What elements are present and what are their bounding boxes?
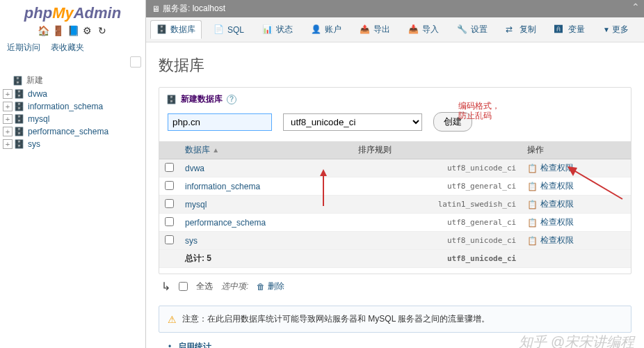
tree-new-db[interactable]: 🗄️ 新建	[3, 73, 143, 88]
menubar: 🗄️数据库 📄SQL 📊状态 👤账户 📤导出 📥导入 🔧设置 ⇄复制 🅰变量 ▼…	[146, 17, 644, 42]
db-icon: 🗄️	[14, 139, 25, 149]
annotation-text: 编码格式， 防止乱码	[458, 101, 500, 121]
th-database[interactable]: 数据库 ▲	[179, 141, 353, 159]
tab-sql[interactable]: 📄SQL	[207, 21, 250, 39]
expand-icon[interactable]: +	[3, 89, 13, 99]
check-privileges-link[interactable]: 📋检查权限	[527, 162, 625, 174]
tree-item-performance-schema[interactable]: + 🗄️ performance_schema	[3, 125, 143, 138]
page-body: 数据库 🗄️ 新建数据库 ? 编码格式， 防止乱码 utf8_unicode_c…	[146, 42, 644, 348]
th-collation[interactable]: 排序规则	[353, 141, 522, 159]
action-label: 检查权限	[540, 180, 574, 192]
db-link[interactable]: performance_schema	[185, 218, 266, 228]
logo-admin: Admin	[74, 4, 121, 22]
row-checkbox[interactable]	[165, 235, 174, 244]
tab-variables[interactable]: 🅰变量	[548, 20, 591, 39]
check-privileges-link[interactable]: 📋检查权限	[527, 180, 625, 192]
collapse-icon[interactable]: ⌃	[631, 1, 640, 13]
action-label: 检查权限	[540, 216, 574, 228]
db-link[interactable]: information_schema	[185, 182, 260, 191]
tree-label: dvwa	[28, 89, 47, 99]
db-tree: 🗄️ 新建 + 🗄️ dvwa + 🗄️ information_schema …	[0, 69, 145, 155]
tab-label: 状态	[276, 24, 293, 35]
tab-label: SQL	[227, 25, 244, 35]
check-privileges-link[interactable]: 📋检查权限	[527, 198, 625, 210]
tab-replication[interactable]: ⇄复制	[499, 20, 542, 39]
expand-icon[interactable]: +	[3, 114, 13, 124]
row-collation: utf8_general_ci	[353, 214, 522, 232]
db-link[interactable]: sys	[185, 236, 198, 246]
row-collation: utf8_unicode_ci	[353, 232, 522, 250]
docs-icon[interactable]: 📘	[67, 25, 79, 36]
recent-tab[interactable]: 近期访问	[3, 40, 45, 54]
tab-import[interactable]: 📥导入	[402, 20, 445, 39]
reload-icon[interactable]: ↻	[97, 25, 108, 36]
sql-icon: 📄	[214, 24, 225, 35]
db-name-input[interactable]	[168, 113, 272, 131]
db-icon: 🗄️	[14, 127, 25, 136]
favorites-tab[interactable]: 表收藏夹	[47, 40, 88, 54]
tree-label: sys	[28, 139, 40, 149]
footer-collation: utf8_unicode_ci	[353, 250, 522, 268]
check-all-checkbox[interactable]	[179, 282, 188, 291]
row-collation: latin1_swedish_ci	[353, 196, 522, 214]
bulk-delete-link[interactable]: 🗑 删除	[257, 280, 284, 292]
tab-databases[interactable]: 🗄️数据库	[150, 20, 202, 39]
tree-item-information-schema[interactable]: + 🗄️ information_schema	[3, 100, 143, 113]
import-icon: 📥	[408, 24, 419, 35]
table-row: information_schemautf8_general_ci📋检查权限	[159, 177, 631, 196]
tab-settings[interactable]: 🔧设置	[451, 20, 494, 39]
variables-icon: 🅰	[554, 24, 565, 35]
home-icon[interactable]: 🏠	[38, 25, 49, 36]
create-legend: 新建数据库	[181, 93, 223, 105]
sidebar: phpMyAdmin 🏠 🚪 📘 ⚙ ↻ 近期访问 表收藏夹 🗄️ 新建 + 🗄…	[0, 0, 146, 348]
create-db-fieldset: 🗄️ 新建数据库 ? 编码格式， 防止乱码 utf8_unicode_ci 创建	[159, 87, 631, 274]
enable-stats-link[interactable]: 启用统计	[178, 342, 211, 348]
tab-label: 账户	[325, 24, 341, 35]
tab-more[interactable]: ▼ 更多	[597, 20, 635, 39]
privileges-icon: 📋	[527, 236, 538, 246]
new-db-icon: 🗄️	[13, 76, 24, 86]
tab-label: 设置	[471, 24, 488, 35]
tab-status[interactable]: 📊状态	[256, 20, 299, 39]
expand-icon[interactable]: +	[3, 127, 13, 136]
help-icon[interactable]: ?	[227, 95, 236, 104]
content: 🖥 服务器: localhost ⌃ 🗄️数据库 📄SQL 📊状态 👤账户 📤导…	[146, 0, 644, 348]
page-title: 数据库	[159, 55, 631, 76]
notice-text: 注意：在此启用数据库统计可能导致网站服务器和 MySQL 服务器之间的流量骤增。	[182, 313, 490, 325]
bulk-actions: ↳ 全选 选中项: 🗑 删除	[159, 274, 631, 299]
tab-accounts[interactable]: 👤账户	[305, 20, 348, 39]
logo[interactable]: phpMyAdmin	[0, 0, 145, 24]
expand-icon[interactable]: +	[3, 139, 13, 149]
db-link[interactable]: dvwa	[185, 164, 204, 173]
new-db-icon: 🗄️	[166, 95, 177, 104]
logo-php: php	[24, 4, 52, 22]
expand-icon[interactable]: +	[3, 102, 13, 111]
row-checkbox[interactable]	[165, 199, 174, 208]
status-icon: 📊	[262, 24, 273, 35]
collation-select[interactable]: utf8_unicode_ci	[283, 113, 422, 131]
tree-item-sys[interactable]: + 🗄️ sys	[3, 138, 143, 150]
delete-icon: 🗑	[257, 282, 265, 292]
server-icon: 🖥	[152, 4, 160, 14]
filter-icon[interactable]	[130, 56, 141, 68]
users-icon: 👤	[311, 24, 322, 35]
privileges-icon: 📋	[527, 164, 538, 173]
tree-item-mysql[interactable]: + 🗄️ mysql	[3, 113, 143, 125]
footer-total: 总计: 5	[179, 250, 353, 268]
row-checkbox[interactable]	[165, 217, 174, 226]
tab-export[interactable]: 📤导出	[353, 20, 396, 39]
replication-icon: ⇄	[506, 24, 517, 35]
th-action: 操作	[522, 141, 631, 159]
tree-item-dvwa[interactable]: + 🗄️ dvwa	[3, 88, 143, 100]
row-checkbox[interactable]	[165, 181, 174, 190]
sort-asc-icon: ▲	[212, 146, 219, 154]
check-privileges-link[interactable]: 📋检查权限	[527, 235, 625, 246]
wrench-icon: 🔧	[457, 24, 468, 35]
row-collation: utf8_general_ci	[353, 177, 522, 196]
export-icon: 📤	[360, 24, 371, 35]
logout-icon[interactable]: 🚪	[52, 25, 63, 36]
row-checkbox[interactable]	[165, 163, 174, 172]
settings-icon[interactable]: ⚙	[82, 25, 93, 36]
db-link[interactable]: mysql	[185, 200, 207, 209]
check-privileges-link[interactable]: 📋检查权限	[527, 216, 625, 228]
